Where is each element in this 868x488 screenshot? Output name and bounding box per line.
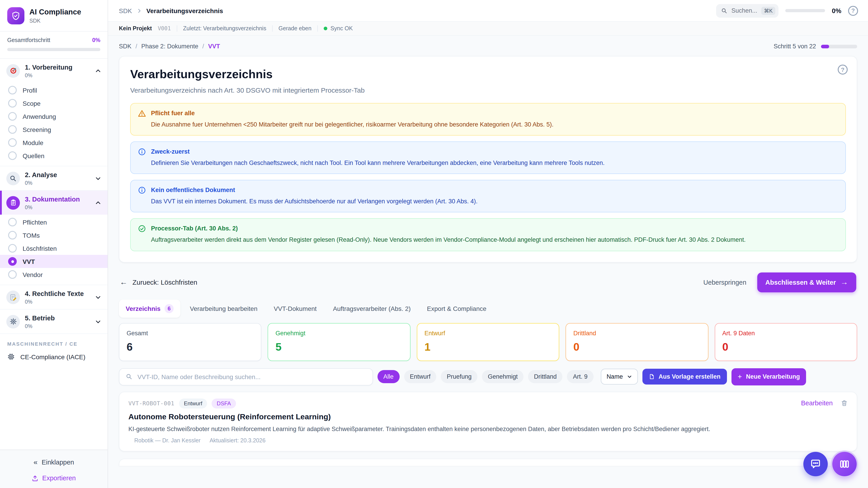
filter-pill-pruefung[interactable]: Pruefung <box>441 370 477 383</box>
sidebar-section-analyse[interactable]: 2. Analyse 0% <box>0 166 107 190</box>
overall-progress-label: Gesamtfortschritt <box>7 37 50 43</box>
trash-icon[interactable] <box>841 399 848 406</box>
page-breadcrumb-current: VVT <box>208 43 220 50</box>
sidebar-section-dokumentation[interactable]: 3. Dokumentation 0% <box>0 191 107 215</box>
intro-card: ? Verarbeitungsverzeichnis Verarbeitungs… <box>119 56 857 262</box>
new-processing-button[interactable]: + Neue Verarbeitung <box>732 368 806 385</box>
chevron-down-icon <box>95 175 101 182</box>
tab-verzeichnis[interactable]: Verzeichnis 6 <box>119 299 180 318</box>
filter-pill-alle[interactable]: Alle <box>377 370 399 383</box>
columns-fab-button[interactable] <box>832 452 857 476</box>
sidebar-item-vendor[interactable]: Vendor <box>0 268 107 281</box>
overall-progress-bar <box>7 48 100 51</box>
search-placeholder: Suchen... <box>732 7 757 14</box>
cpu-icon <box>7 353 15 361</box>
brand: AI Compliance SDK <box>0 0 107 31</box>
sidebar-nav: 1. Vorbereitung 0% Profil Scope Anwendun… <box>0 59 107 450</box>
sidebar-section-betrieb[interactable]: 5. Betrieb 0% <box>0 310 107 333</box>
section-label: 5. Betrieb <box>25 315 55 322</box>
export-button[interactable]: Exportieren <box>32 475 76 482</box>
sidebar-item-anwendung[interactable]: Anwendung <box>0 110 107 123</box>
step-indicator: Schritt 5 von 22 <box>774 43 857 50</box>
topbar-progress-value: 0% <box>832 7 841 14</box>
sidebar-item-module[interactable]: Module <box>0 136 107 149</box>
search-placeholder: VVT-ID, Name oder Beschreibung suchen... <box>137 373 260 380</box>
sync-status: Sync OK <box>324 25 353 32</box>
alert-warning: Pflicht fuer alle Die Ausnahme fuer Unte… <box>130 103 846 135</box>
create-from-template-button[interactable]: Aus Vorlage erstellen <box>642 369 727 385</box>
sort-select[interactable]: Name <box>600 369 638 385</box>
chevron-right-icon <box>136 8 142 13</box>
stat-drittland: Drittland 0 <box>565 323 708 361</box>
section-percent: 0% <box>25 205 80 210</box>
sidebar-item-quellen[interactable]: Quellen <box>0 149 107 162</box>
sidebar-item-scope[interactable]: Scope <box>0 97 107 110</box>
filter-pill-art9[interactable]: Art. 9 <box>567 370 594 383</box>
page-breadcrumb-sdk[interactable]: SDK <box>119 43 131 50</box>
topbar-progress-bar <box>785 9 825 12</box>
vvt-record-card: VVT-ROBOT-001 Entwurf DSFA Bearbeiten Au… <box>119 392 857 451</box>
stat-gesamt: Gesamt 6 <box>119 323 261 361</box>
plus-icon: + <box>738 372 742 381</box>
help-icon[interactable]: ? <box>848 6 858 15</box>
shortcut-badge: ⌘K <box>761 6 775 15</box>
radio-icon <box>8 218 17 226</box>
record-updated: Aktualisiert: 20.3.2026 <box>210 437 266 444</box>
search-icon <box>126 373 132 380</box>
complete-next-button[interactable]: Abschliessen & Weiter → <box>757 272 856 292</box>
radio-icon <box>8 125 17 134</box>
vvt-search-input[interactable]: VVT-ID, Name oder Beschreibung suchen... <box>119 368 373 385</box>
tab-export-compliance[interactable]: Export & Compliance <box>420 300 493 317</box>
sidebar-item-profil[interactable]: Profil <box>0 84 107 97</box>
section-percent: 0% <box>25 73 72 78</box>
global-search-input[interactable]: Suchen... ⌘K <box>716 4 778 18</box>
sidebar-section-rechtliche-texte[interactable]: 4. Rechtliche Texte 0% <box>0 285 107 309</box>
filter-pill-genehmigt[interactable]: Genehmigt <box>482 370 524 383</box>
tab-bar: Verzeichnis 6 Verarbeitung bearbeiten VV… <box>119 299 857 318</box>
tab-vvt-dokument[interactable]: VVT-Dokument <box>267 300 323 317</box>
tab-count-badge: 6 <box>164 304 174 313</box>
overall-progress-value: 0% <box>92 37 100 43</box>
radio-icon <box>8 244 17 253</box>
sync-ok-dot-icon <box>324 27 327 30</box>
help-icon[interactable]: ? <box>838 65 848 74</box>
chat-bubble-icon <box>810 458 822 470</box>
stage: AI Compliance SDK Gesamtfortschritt 0% 1… <box>0 0 868 488</box>
record-description: KI-gesteuerte Schweißroboter nutzen Rein… <box>128 425 848 432</box>
radio-icon <box>8 231 17 239</box>
status-bar: Kein Projekt V001 Zuletzt: Verarbeitungs… <box>108 22 868 36</box>
last-saved-time: Gerade eben <box>278 25 311 32</box>
sidebar-item-loeschfristen[interactable]: Löschfristen <box>0 242 107 255</box>
section-label: 4. Rechtliche Texte <box>25 290 84 297</box>
info-circle-icon <box>138 148 146 167</box>
section-percent: 0% <box>25 180 57 186</box>
sidebar: AI Compliance SDK Gesamtfortschritt 0% 1… <box>0 0 108 488</box>
skip-button[interactable]: Ueberspringen <box>704 279 746 286</box>
collapse-sidebar-button[interactable]: « Einklappen <box>33 458 74 466</box>
page-breadcrumb-phase[interactable]: Phase 2: Dokumente <box>141 43 198 50</box>
tab-auftragsverarbeiter[interactable]: Auftragsverarbeiter (Abs. 2) <box>326 300 417 317</box>
sidebar-item-screening[interactable]: Screening <box>0 123 107 136</box>
breadcrumb-root[interactable]: SDK <box>119 7 132 14</box>
shield-logo-icon <box>7 7 24 24</box>
filter-pill-drittland[interactable]: Drittland <box>528 370 563 383</box>
edit-record-button[interactable]: Bearbeiten <box>801 399 833 406</box>
sidebar-item-pflichten[interactable]: Pflichten <box>0 216 107 229</box>
memo-icon <box>6 290 20 304</box>
filter-pill-entwurf[interactable]: Entwurf <box>404 370 436 383</box>
record-title: Autonome Robotersteuerung (Reinforcement… <box>128 412 848 421</box>
back-button[interactable]: ← Zurueck: Löschfristen <box>120 278 197 287</box>
last-visited-label: Zuletzt: Verarbeitungsverzeichnis <box>183 25 266 32</box>
stat-art9: Art. 9 Daten 0 <box>715 323 857 361</box>
sidebar-section-vorbereitung[interactable]: 1. Vorbereitung 0% <box>0 59 107 83</box>
sidebar-item-vvt[interactable]: VVT <box>0 255 107 268</box>
breadcrumb: SDK Verarbeitungsverzeichnis <box>119 7 223 14</box>
chat-fab-button[interactable] <box>803 452 828 476</box>
ce-item-label: CE-Compliance (IACE) <box>20 353 86 360</box>
topbar: SDK Verarbeitungsverzeichnis Suchen... ⌘… <box>108 0 868 22</box>
sidebar-item-ce-compliance[interactable]: CE-Compliance (IACE) <box>0 349 107 365</box>
radio-icon <box>8 270 17 279</box>
tab-verarbeitung-bearbeiten[interactable]: Verarbeitung bearbeiten <box>183 300 264 317</box>
sidebar-item-toms[interactable]: TOMs <box>0 229 107 242</box>
sidebar-group-label: MASCHINENRECHT / CE <box>0 334 107 349</box>
